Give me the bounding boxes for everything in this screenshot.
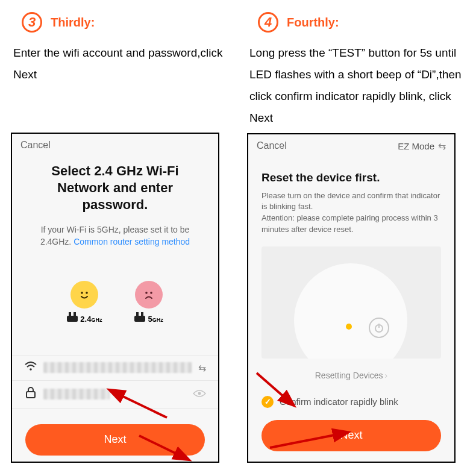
nav-bar: Cancel EZ Mode ⇆ <box>248 134 454 158</box>
wifi-card: Select 2.4 GHz Wi-Fi Network and enter p… <box>12 157 218 324</box>
svg-rect-5 <box>27 392 35 398</box>
step-3-column: 3 Thirdly: Enter the wifi account and pa… <box>11 7 229 463</box>
router-5-icon: 5GHz <box>134 315 163 324</box>
step-4-badge: 4 <box>258 12 278 33</box>
pairing-mode-selector[interactable]: EZ Mode ⇆ <box>398 140 446 152</box>
svg-point-3 <box>150 292 152 294</box>
reset-subtext: Please turn on the device and confirm th… <box>261 190 441 236</box>
wifi-subtext: If your Wi-Fi is 5GHz, please set it to … <box>27 224 204 248</box>
ssid-input[interactable] <box>43 362 192 373</box>
nav-bar: Cancel <box>12 134 218 157</box>
password-input[interactable] <box>43 389 110 400</box>
cancel-button[interactable]: Cancel <box>257 140 287 151</box>
step-3-badge: 3 <box>22 12 42 33</box>
chevron-right-icon: › <box>385 371 388 380</box>
router-help-link[interactable]: Common router setting method <box>74 237 190 246</box>
wifi-setup-screen: Cancel Select 2.4 GHz Wi-Fi Network and … <box>11 133 219 463</box>
ssid-row: ⇆ <box>12 355 218 381</box>
power-button-icon <box>369 318 389 338</box>
device-disc-icon <box>294 263 407 359</box>
band-illustration: 2.4GHz 5GHz <box>27 281 204 324</box>
router-24-icon: 2.4GHz <box>67 315 102 324</box>
wifi-heading: Select 2.4 GHz Wi-Fi Network and enter p… <box>27 163 204 213</box>
svg-point-1 <box>86 292 89 294</box>
step-3-header: 3 Thirdly: <box>11 7 229 36</box>
happy-face-icon <box>70 281 98 309</box>
wifi-icon <box>24 362 37 374</box>
password-row <box>12 381 218 409</box>
wifi-inputs: ⇆ <box>12 355 218 409</box>
confirm-indicator-label: Confirm indicator rapidly blink <box>280 396 398 407</box>
reset-heading: Reset the device first. <box>261 171 441 184</box>
pairing-mode-label: EZ Mode <box>398 141 434 151</box>
led-indicator-icon <box>346 324 352 330</box>
check-icon: ✓ <box>261 396 274 408</box>
svg-point-4 <box>30 368 32 371</box>
step-3-title: Thirdly: <box>51 16 95 30</box>
cancel-button[interactable]: Cancel <box>20 140 51 151</box>
next-button[interactable]: Next <box>261 420 441 451</box>
band-5-col: 5GHz <box>134 281 163 324</box>
svg-point-0 <box>81 292 84 294</box>
step-4-header: 4 Fourthly: <box>247 7 465 36</box>
show-password-icon[interactable] <box>193 388 206 401</box>
band-24-col: 2.4GHz <box>67 281 102 324</box>
swap-network-icon[interactable]: ⇆ <box>198 362 206 374</box>
step-3-description: Enter the wifi account and password,clic… <box>11 36 229 127</box>
reset-card: Reset the device first. Please turn on t… <box>248 158 454 451</box>
lock-icon <box>24 387 37 402</box>
swap-mode-icon: ⇆ <box>438 140 446 152</box>
sad-face-icon <box>135 281 163 309</box>
step-4-description: Long press the “TEST” button for 5s unti… <box>247 36 465 127</box>
confirm-indicator-row[interactable]: ✓ Confirm indicator rapidly blink <box>261 396 441 408</box>
svg-point-6 <box>198 392 201 395</box>
step-4-column: 4 Fourthly: Long press the “TEST” button… <box>247 7 465 463</box>
step-4-title: Fourthly: <box>287 16 339 30</box>
svg-point-2 <box>145 292 148 294</box>
next-button[interactable]: Next <box>25 424 205 456</box>
resetting-devices-link[interactable]: Resetting Devices› <box>261 371 441 380</box>
device-illustration <box>261 246 441 359</box>
reset-device-screen: Cancel EZ Mode ⇆ Reset the device first.… <box>247 133 456 463</box>
